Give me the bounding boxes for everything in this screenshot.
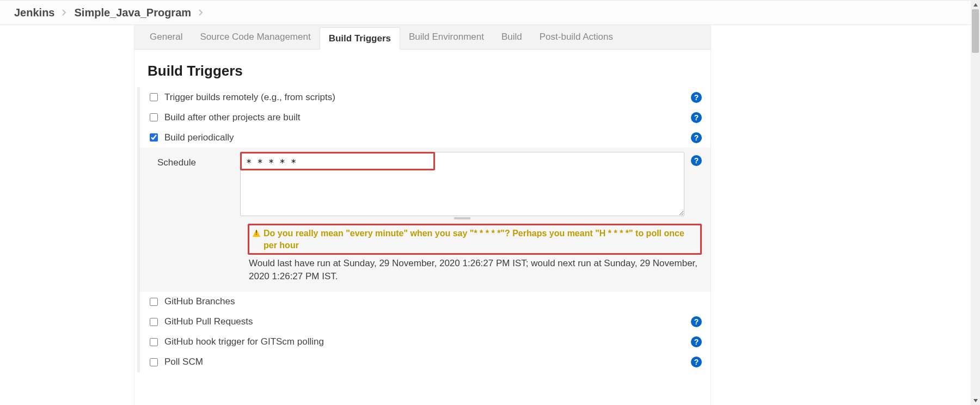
scrollbar-track[interactable]	[971, 9, 980, 396]
trigger-remote-row[interactable]: Trigger builds remotely (e.g., from scri…	[140, 87, 710, 107]
github-prs-checkbox[interactable]	[150, 318, 158, 326]
scroll-up-icon[interactable]	[971, 0, 980, 9]
tab-build[interactable]: Build	[493, 25, 531, 49]
help-icon[interactable]: ?	[691, 155, 702, 166]
github-branches-checkbox[interactable]	[150, 298, 158, 306]
breadcrumb: Jenkins Simple_Java_Program	[0, 0, 980, 25]
chevron-right-icon[interactable]	[199, 9, 203, 16]
scroll-down-icon[interactable]	[971, 396, 980, 405]
resize-handle-icon[interactable]	[454, 217, 470, 219]
scrollbar-thumb[interactable]	[972, 9, 979, 53]
warning-icon	[253, 229, 260, 237]
github-branches-row[interactable]: GitHub Branches	[140, 292, 710, 312]
tab-general[interactable]: General	[141, 25, 191, 49]
trigger-remote-checkbox[interactable]	[150, 93, 158, 101]
trigger-remote-label: Trigger builds remotely (e.g., from scri…	[164, 92, 335, 103]
trigger-periodic-label: Build periodically	[164, 132, 234, 143]
tab-build-triggers[interactable]: Build Triggers	[320, 27, 400, 50]
vertical-scrollbar[interactable]	[971, 0, 980, 405]
help-icon[interactable]: ?	[691, 336, 702, 347]
trigger-periodic-checkbox[interactable]	[150, 133, 158, 142]
help-icon[interactable]: ?	[691, 112, 702, 123]
github-prs-label: GitHub Pull Requests	[164, 316, 253, 327]
github-branches-label: GitHub Branches	[164, 296, 235, 307]
tab-scm[interactable]: Source Code Management	[191, 25, 319, 49]
tab-post-build[interactable]: Post-build Actions	[531, 25, 622, 49]
tab-build-env[interactable]: Build Environment	[400, 25, 493, 49]
help-icon[interactable]: ?	[691, 316, 702, 327]
github-hook-label: GitHub hook trigger for GITScm polling	[164, 336, 324, 347]
breadcrumb-root[interactable]: Jenkins	[14, 7, 54, 19]
breadcrumb-project[interactable]: Simple_Java_Program	[74, 7, 191, 19]
poll-scm-row[interactable]: Poll SCM ?	[140, 352, 710, 372]
help-icon[interactable]: ?	[691, 357, 702, 367]
schedule-label: Schedule	[148, 152, 240, 168]
poll-scm-label: Poll SCM	[164, 357, 203, 367]
schedule-info-text: Would last have run at Sunday, 29 Novemb…	[248, 256, 702, 287]
github-hook-checkbox[interactable]	[150, 338, 158, 346]
config-panel: General Source Code Management Build Tri…	[134, 25, 711, 405]
config-tabs: General Source Code Management Build Tri…	[134, 25, 710, 50]
help-icon[interactable]: ?	[691, 92, 702, 103]
github-prs-row[interactable]: GitHub Pull Requests ?	[140, 312, 710, 332]
help-icon[interactable]: ?	[691, 132, 702, 143]
poll-scm-checkbox[interactable]	[150, 358, 158, 366]
chevron-right-icon[interactable]	[62, 9, 66, 16]
schedule-textarea[interactable]	[240, 152, 684, 216]
trigger-periodic-row[interactable]: Build periodically ?	[140, 127, 710, 148]
schedule-row: Schedule ?	[140, 148, 710, 222]
trigger-after-label: Build after other projects are built	[164, 112, 300, 123]
trigger-after-row[interactable]: Build after other projects are built ?	[140, 107, 710, 127]
schedule-warning-text: Do you really mean "every minute" when y…	[264, 228, 697, 251]
trigger-after-checkbox[interactable]	[150, 113, 158, 121]
schedule-warning: Do you really mean "every minute" when y…	[248, 224, 702, 255]
build-triggers-form: Trigger builds remotely (e.g., from scri…	[137, 87, 710, 372]
section-title: Build Triggers	[134, 50, 710, 87]
github-hook-row[interactable]: GitHub hook trigger for GITScm polling ?	[140, 332, 710, 352]
